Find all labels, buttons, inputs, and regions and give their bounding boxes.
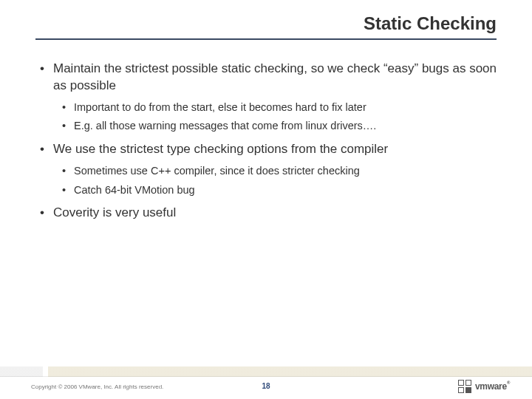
bullet-text: Coverity is very useful <box>53 205 176 219</box>
content-area: Maintain the strictest possible static c… <box>0 40 532 399</box>
bullet-list: Maintain the strictest possible static c… <box>40 61 497 222</box>
sub-bullet-item: Catch 64-bit VMotion bug <box>62 183 497 198</box>
sub-bullet-item: E.g. all those warning messages that com… <box>62 119 497 134</box>
sub-bullet-list: Sometimes use C++ compiler, since it doe… <box>53 164 497 197</box>
logo-text: vmware® <box>475 381 510 392</box>
page-number: 18 <box>262 382 270 390</box>
sub-bullet-text: Sometimes use C++ compiler, since it doe… <box>74 165 360 177</box>
slide-title: Static Checking <box>35 13 497 34</box>
slide: Static Checking Maintain the strictest p… <box>0 0 532 399</box>
bullet-item: Coverity is very useful <box>40 205 497 222</box>
bullet-item: We use the strictest type checking optio… <box>40 141 497 197</box>
bullet-text: We use the strictest type checking optio… <box>53 142 388 156</box>
sub-bullet-list: Important to do from the start, else it … <box>53 100 497 134</box>
sub-bullet-text: E.g. all those warning messages that com… <box>74 120 376 132</box>
footer-line <box>0 376 532 377</box>
sub-bullet-text: Catch 64-bit VMotion bug <box>74 184 195 196</box>
header: Static Checking <box>0 0 532 34</box>
sub-bullet-item: Sometimes use C++ compiler, since it doe… <box>62 164 497 179</box>
footer-band <box>0 366 532 377</box>
copyright-text: Copyright © 2006 VMware, Inc. All rights… <box>31 383 163 390</box>
logo-boxes-icon <box>458 380 471 393</box>
vmware-logo: vmware® <box>458 380 510 393</box>
bullet-text: Maintain the strictest possible static c… <box>53 61 497 92</box>
bullet-item: Maintain the strictest possible static c… <box>40 61 497 134</box>
footer: Copyright © 2006 VMware, Inc. All rights… <box>0 372 532 399</box>
sub-bullet-text: Important to do from the start, else it … <box>74 101 366 113</box>
sub-bullet-item: Important to do from the start, else it … <box>62 100 497 115</box>
